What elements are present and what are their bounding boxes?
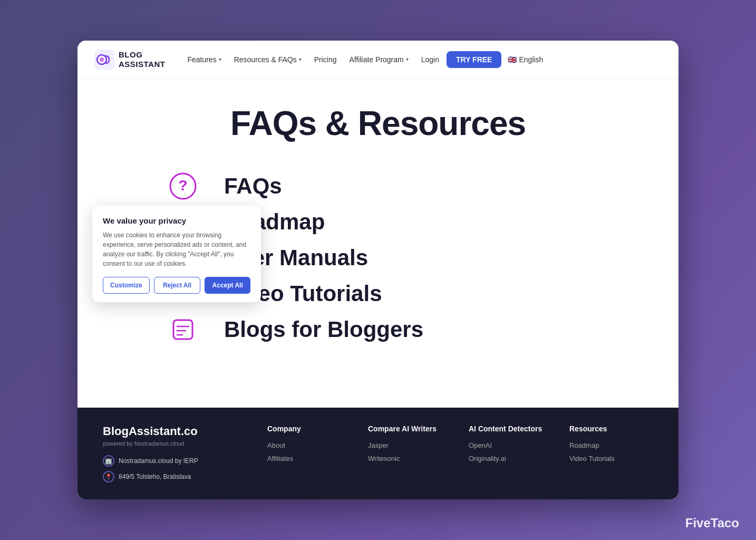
affiliate-chevron-icon: ▾: [406, 56, 409, 62]
footer-company-col: Company About Affiliates: [267, 425, 351, 487]
main-content: FAQs & Resources ? FAQs: [77, 79, 679, 408]
footer-link-openai[interactable]: OpenAI: [469, 441, 553, 449]
nav-resources[interactable]: Resources & FAQs ▾: [229, 52, 307, 67]
footer-detectors-col: AI Content Detectors OpenAI Originality.…: [469, 425, 553, 487]
cookie-body: We use cookies to enhance your browsing …: [103, 230, 250, 268]
logo-text: Blog Assistant: [119, 50, 165, 69]
list-item[interactable]: ? FAQs: [167, 168, 589, 204]
footer-link-jasper[interactable]: Jasper: [368, 441, 452, 449]
cookie-banner: We value your privacy We use cookies to …: [92, 206, 261, 302]
footer-contact-1: 🏢 Nostradamus.cloud by IERP: [103, 455, 250, 467]
footer-link-writesonic[interactable]: Writesonic: [368, 455, 452, 462]
footer-link-roadmap[interactable]: Roadmap: [569, 441, 653, 449]
cookie-title: We value your privacy: [103, 216, 250, 225]
reject-all-button[interactable]: Reject All: [154, 277, 201, 294]
footer-link-about[interactable]: About: [267, 441, 351, 449]
page-heading: FAQs & Resources: [230, 104, 526, 143]
footer-brand-name: BlogAssistant.co: [103, 425, 250, 438]
blogs-label: Blogs for Bloggers: [224, 317, 423, 342]
location-icon: 📍: [103, 471, 114, 483]
footer-resources-col: Resources Roadmap Video Tutorials: [569, 425, 653, 487]
navbar: Blog Assistant Features ▾ Resources & FA…: [77, 41, 679, 79]
building-icon: 🏢: [103, 455, 114, 467]
try-free-button[interactable]: TRY FREE: [447, 51, 501, 68]
nav-links: Features ▾ Resources & FAQs ▾ Pricing Af…: [182, 51, 662, 68]
fivetaco-watermark: FiveTaco: [685, 516, 739, 531]
contact-text-1: Nostradamus.cloud by IERP: [119, 457, 198, 465]
svg-text:?: ?: [178, 177, 187, 194]
nav-features[interactable]: Features ▾: [182, 52, 226, 67]
customize-button[interactable]: Customize: [103, 277, 150, 294]
footer-link-affiliates[interactable]: Affiliates: [267, 455, 351, 462]
footer-link-video-tutorials[interactable]: Video Tutorials: [569, 455, 653, 462]
logo[interactable]: Blog Assistant: [94, 50, 165, 70]
nav-login[interactable]: Login: [416, 52, 444, 67]
nav-affiliate[interactable]: Affiliate Program ▾: [344, 52, 414, 67]
logo-icon: [94, 50, 114, 70]
features-chevron-icon: ▾: [219, 56, 221, 62]
cookie-actions: Customize Reject All Accept All: [103, 277, 250, 294]
footer-contact-2: 📍 849/5 Tolsteho, Bratislava: [103, 471, 250, 483]
company-col-title: Company: [267, 425, 351, 433]
svg-rect-14: [173, 320, 192, 339]
detectors-col-title: AI Content Detectors: [469, 425, 553, 433]
footer-compare-col: Compare AI Writers Jasper Writesonic: [368, 425, 452, 487]
svg-point-2: [100, 57, 104, 62]
footer-brand: BlogAssistant.co powered by Nostradamus.…: [103, 425, 250, 487]
footer-grid: BlogAssistant.co powered by Nostradamus.…: [103, 425, 653, 487]
faqs-label: FAQs: [224, 173, 282, 199]
list-item[interactable]: Blogs for Bloggers: [167, 312, 589, 348]
contact-text-2: 849/5 Tolsteho, Bratislava: [119, 473, 191, 480]
faqs-icon: ?: [167, 172, 199, 200]
blog-icon: [167, 316, 199, 343]
footer: BlogAssistant.co powered by Nostradamus.…: [77, 408, 679, 499]
flag-icon: 🇬🇧: [508, 55, 517, 64]
nav-pricing[interactable]: Pricing: [309, 52, 342, 67]
resources-col-title: Resources: [569, 425, 653, 433]
nav-language[interactable]: 🇬🇧 English: [503, 52, 547, 67]
accept-all-button[interactable]: Accept All: [205, 277, 250, 294]
footer-link-originality[interactable]: Originality.ai: [469, 455, 553, 462]
footer-brand-sub: powered by Nostradamus.cloud: [103, 440, 250, 447]
compare-col-title: Compare AI Writers: [368, 425, 452, 433]
resources-chevron-icon: ▾: [299, 56, 302, 62]
